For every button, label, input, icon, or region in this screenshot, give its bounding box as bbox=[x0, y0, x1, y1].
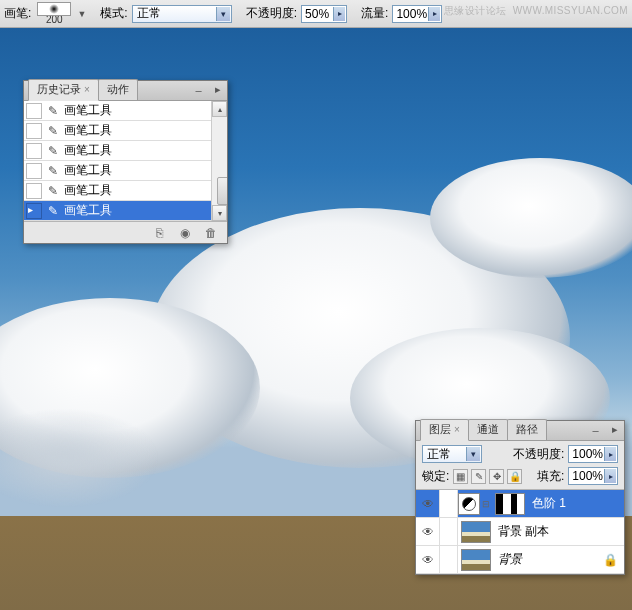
watermark-cn: 思缘设计论坛 bbox=[444, 5, 506, 16]
flyout-arrow-icon: ▸ bbox=[428, 7, 440, 21]
history-item-label: 画笔工具 bbox=[64, 182, 112, 199]
visibility-toggle[interactable]: 👁 bbox=[416, 546, 440, 573]
panel-menu-icon[interactable]: ▸ bbox=[607, 423, 622, 436]
snapshot-col bbox=[26, 103, 42, 119]
layer-row[interactable]: 👁 ⊟ 色阶 1 bbox=[416, 490, 624, 518]
layer-opacity-value: 100% bbox=[572, 447, 603, 461]
snapshot-col bbox=[26, 163, 42, 179]
snapshot-col bbox=[26, 183, 42, 199]
snapshot-col bbox=[26, 143, 42, 159]
dropdown-arrow-icon: ▾ bbox=[466, 447, 480, 461]
link-col[interactable] bbox=[440, 518, 458, 545]
history-source-icon: ▸ bbox=[26, 203, 42, 219]
history-item-label: 画笔工具 bbox=[64, 102, 112, 119]
flow-value: 100% bbox=[396, 7, 427, 21]
flyout-arrow-icon: ▸ bbox=[604, 469, 616, 483]
layers-panel: 图层× 通道 路径 – ▸ 正常▾ 不透明度: 100%▸ 锁定: ▦ ✎ ✥ … bbox=[415, 420, 625, 575]
brush-icon: ✎ bbox=[46, 144, 60, 158]
brush-label: 画笔: bbox=[4, 5, 31, 22]
new-document-icon[interactable]: ⎘ bbox=[151, 226, 167, 240]
layer-row[interactable]: 👁 背景 🔒 bbox=[416, 546, 624, 574]
layer-thumb bbox=[461, 549, 491, 571]
layer-fill-field[interactable]: 100%▸ bbox=[568, 467, 618, 485]
lock-label: 锁定: bbox=[422, 468, 449, 485]
history-list: ✎画笔工具 ✎画笔工具 ✎画笔工具 ✎画笔工具 ✎画笔工具 ▸✎画笔工具 ▴ ▾ bbox=[24, 101, 227, 221]
brush-swatch-icon bbox=[37, 2, 71, 16]
brush-preset-picker[interactable]: 200 bbox=[35, 2, 73, 25]
trash-icon[interactable]: 🗑 bbox=[203, 226, 219, 240]
history-panel: 历史记录× 动作 – ▸ ✎画笔工具 ✎画笔工具 ✎画笔工具 ✎画笔工具 ✎画笔… bbox=[23, 80, 228, 244]
fill-label: 填充: bbox=[537, 468, 564, 485]
brush-icon: ✎ bbox=[46, 184, 60, 198]
layer-list: 👁 ⊟ 色阶 1 👁 背景 副本 👁 背景 🔒 bbox=[416, 490, 624, 574]
mask-link-icon[interactable]: ⊟ bbox=[480, 499, 492, 509]
scroll-up-icon[interactable]: ▴ bbox=[212, 101, 227, 117]
history-item[interactable]: ✎画笔工具 bbox=[24, 121, 227, 141]
tab-actions-label: 动作 bbox=[107, 83, 129, 95]
adjustment-icon bbox=[458, 493, 480, 515]
history-item[interactable]: ▸✎画笔工具 bbox=[24, 201, 227, 221]
brush-icon: ✎ bbox=[46, 104, 60, 118]
layers-options: 正常▾ 不透明度: 100%▸ 锁定: ▦ ✎ ✥ 🔒 填充: 100%▸ bbox=[416, 441, 624, 490]
history-item[interactable]: ✎画笔工具 bbox=[24, 141, 227, 161]
layer-name[interactable]: 背景 bbox=[494, 551, 597, 568]
flyout-arrow-icon: ▸ bbox=[604, 447, 616, 461]
history-item[interactable]: ✎画笔工具 bbox=[24, 181, 227, 201]
flow-field[interactable]: 100% ▸ bbox=[392, 5, 442, 23]
lock-pixels-icon[interactable]: ✎ bbox=[471, 469, 486, 484]
tab-layers-label: 图层 bbox=[429, 423, 451, 435]
layer-row[interactable]: 👁 背景 副本 bbox=[416, 518, 624, 546]
snapshot-col bbox=[26, 123, 42, 139]
layer-fill-value: 100% bbox=[572, 469, 603, 483]
flyout-arrow-icon: ▸ bbox=[333, 7, 345, 21]
opacity-field[interactable]: 50% ▸ bbox=[301, 5, 347, 23]
layer-opacity-field[interactable]: 100%▸ bbox=[568, 445, 618, 463]
brush-icon: ✎ bbox=[46, 164, 60, 178]
minimize-icon[interactable]: – bbox=[588, 423, 603, 436]
blend-mode-dropdown[interactable]: 正常 ▾ bbox=[132, 5, 232, 23]
lock-position-icon[interactable]: ✥ bbox=[489, 469, 504, 484]
brush-icon: ✎ bbox=[46, 204, 60, 218]
lock-all-icon[interactable]: 🔒 bbox=[507, 469, 522, 484]
opacity-value: 50% bbox=[305, 7, 329, 21]
layer-opacity-label: 不透明度: bbox=[513, 446, 564, 463]
layer-name[interactable]: 色阶 1 bbox=[528, 495, 624, 512]
visibility-toggle[interactable]: 👁 bbox=[416, 490, 440, 517]
scroll-thumb[interactable] bbox=[217, 177, 227, 205]
history-item[interactable]: ✎画笔工具 bbox=[24, 161, 227, 181]
panel-menu-icon[interactable]: ▸ bbox=[210, 83, 225, 96]
watermark-url: WWW.MISSYUAN.COM bbox=[513, 5, 628, 16]
dropdown-arrow-icon: ▾ bbox=[216, 7, 230, 21]
history-item-label: 画笔工具 bbox=[64, 142, 112, 159]
link-col[interactable] bbox=[440, 490, 458, 517]
layer-mask-thumb[interactable] bbox=[495, 493, 525, 515]
minimize-icon[interactable]: – bbox=[191, 83, 206, 96]
layer-blend-dropdown[interactable]: 正常▾ bbox=[422, 445, 482, 463]
history-item-label: 画笔工具 bbox=[64, 202, 112, 219]
brush-icon: ✎ bbox=[46, 124, 60, 138]
tab-actions[interactable]: 动作 bbox=[98, 79, 138, 100]
history-item[interactable]: ✎画笔工具 bbox=[24, 101, 227, 121]
link-col[interactable] bbox=[440, 546, 458, 573]
lock-icon: 🔒 bbox=[597, 553, 624, 567]
blend-mode-value: 正常 bbox=[137, 5, 161, 22]
new-snapshot-icon[interactable]: ◉ bbox=[177, 226, 193, 240]
history-item-label: 画笔工具 bbox=[64, 162, 112, 179]
tab-layers[interactable]: 图层× bbox=[420, 419, 469, 441]
tab-paths-label: 路径 bbox=[516, 423, 538, 435]
close-icon[interactable]: × bbox=[454, 424, 460, 435]
lock-transparency-icon[interactable]: ▦ bbox=[453, 469, 468, 484]
brush-dropdown-arrow-icon[interactable]: ▼ bbox=[77, 9, 86, 19]
mode-label: 模式: bbox=[100, 5, 127, 22]
close-icon[interactable]: × bbox=[84, 84, 90, 95]
layer-name[interactable]: 背景 副本 bbox=[494, 523, 624, 540]
tab-channels[interactable]: 通道 bbox=[468, 419, 508, 440]
tab-paths[interactable]: 路径 bbox=[507, 419, 547, 440]
visibility-toggle[interactable]: 👁 bbox=[416, 518, 440, 545]
scrollbar[interactable]: ▴ ▾ bbox=[211, 101, 227, 221]
flow-label: 流量: bbox=[361, 5, 388, 22]
opacity-label: 不透明度: bbox=[246, 5, 297, 22]
tab-history[interactable]: 历史记录× bbox=[28, 79, 99, 101]
scroll-down-icon[interactable]: ▾ bbox=[212, 205, 227, 221]
history-footer: ⎘ ◉ 🗑 bbox=[24, 221, 227, 243]
